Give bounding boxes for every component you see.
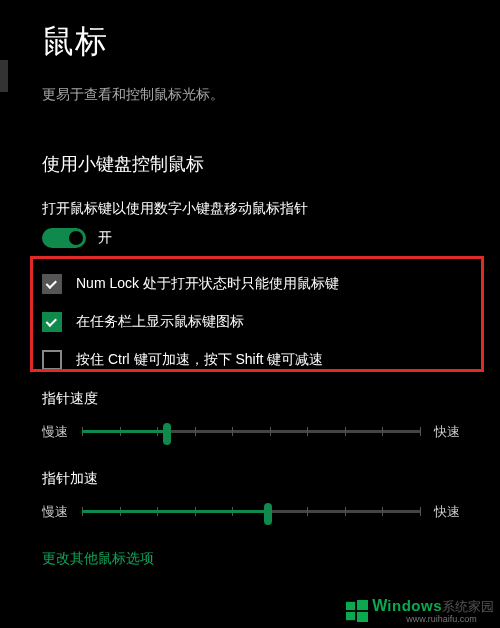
toggle-state-label: 开 bbox=[98, 229, 112, 247]
check-icon bbox=[46, 316, 57, 327]
section-title: 使用小键盘控制鼠标 bbox=[42, 152, 460, 176]
page-subtitle: 更易于查看和控制鼠标光标。 bbox=[42, 86, 460, 104]
settings-panel: 鼠标 更易于查看和控制鼠标光标。 使用小键盘控制鼠标 打开鼠标键以使用数字小键盘… bbox=[0, 0, 500, 588]
other-mouse-options-link[interactable]: 更改其他鼠标选项 bbox=[42, 550, 460, 568]
svg-rect-1 bbox=[357, 600, 368, 610]
watermark-cn: 系统家园 bbox=[442, 599, 494, 614]
back-tab[interactable] bbox=[0, 60, 8, 92]
mouse-keys-toggle[interactable] bbox=[42, 228, 86, 248]
fast-label: 快速 bbox=[434, 503, 460, 521]
slow-label: 慢速 bbox=[42, 423, 68, 441]
ctrl-shift-checkbox[interactable] bbox=[42, 350, 62, 370]
watermark-url: www.ruihaifu.com bbox=[406, 614, 494, 624]
svg-rect-3 bbox=[357, 611, 368, 621]
numlock-checkbox[interactable] bbox=[42, 274, 62, 294]
toggle-knob bbox=[69, 231, 83, 245]
taskbar-icon-checkbox-label: 在任务栏上显示鼠标键图标 bbox=[76, 313, 244, 331]
pointer-accel-slider[interactable] bbox=[82, 500, 420, 524]
toggle-description: 打开鼠标键以使用数字小键盘移动鼠标指针 bbox=[42, 200, 460, 218]
page-title: 鼠标 bbox=[42, 20, 460, 64]
watermark-brand: indows bbox=[387, 597, 442, 614]
taskbar-icon-checkbox[interactable] bbox=[42, 312, 62, 332]
pointer-speed-label: 指针速度 bbox=[42, 390, 460, 408]
svg-rect-0 bbox=[346, 601, 355, 609]
speed-thumb[interactable] bbox=[163, 423, 171, 445]
fast-label: 快速 bbox=[434, 423, 460, 441]
watermark: Windows系统家园 www.ruihaifu.com bbox=[346, 597, 494, 624]
svg-rect-2 bbox=[346, 611, 355, 619]
ctrl-shift-checkbox-label: 按住 Ctrl 键可加速，按下 Shift 键可减速 bbox=[76, 351, 323, 369]
slow-label: 慢速 bbox=[42, 503, 68, 521]
windows-logo-icon bbox=[346, 600, 368, 622]
numlock-checkbox-label: Num Lock 处于打开状态时只能使用鼠标键 bbox=[76, 275, 339, 293]
accel-thumb[interactable] bbox=[264, 503, 272, 525]
pointer-speed-slider[interactable] bbox=[82, 420, 420, 444]
pointer-accel-label: 指针加速 bbox=[42, 470, 460, 488]
check-icon bbox=[46, 278, 57, 289]
